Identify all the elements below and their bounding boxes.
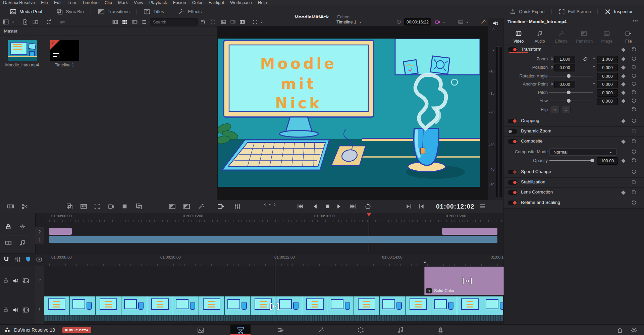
page-fairlight-button[interactable] [390, 325, 411, 335]
anchor-y-input[interactable]: 0.000 [597, 81, 618, 88]
menu-item[interactable]: Help [255, 0, 270, 5]
video-clip-moodle-intro[interactable] [44, 296, 503, 323]
shield-icon[interactable] [25, 256, 32, 263]
page-cut-button[interactable] [230, 325, 251, 335]
track-1-video-icon[interactable] [22, 306, 29, 314]
bin-sidebar-chevron-icon[interactable] [11, 20, 15, 24]
speed-change-reset-icon[interactable] [631, 169, 637, 174]
rotation-reset-icon[interactable] [631, 73, 637, 78]
inspector-button[interactable]: Inspector [598, 5, 639, 18]
viewer-mode-tape-icon[interactable] [230, 19, 236, 25]
add-marker-icon[interactable] [36, 256, 43, 263]
ripple-overwrite-icon[interactable] [93, 203, 101, 210]
menu-item[interactable]: DaVinci Resolve [0, 0, 38, 5]
detail-ruler[interactable]: 01:00:08:00 01:00:10:00 01:00:12:00 01:0… [44, 254, 503, 266]
anchor-keyframe-icon[interactable] [621, 82, 626, 87]
sync-audio-tool-icon[interactable] [19, 239, 26, 246]
tab-file[interactable]: File [619, 30, 638, 44]
stabilize-tool-chevron-icon[interactable] [465, 20, 469, 24]
sync-clips-icon[interactable] [46, 19, 52, 25]
clip-thumbnail-timeline-1[interactable]: ✓ [50, 40, 79, 61]
viewer-mode-timeline-icon[interactable] [239, 19, 245, 25]
cropping-toggle[interactable] [508, 119, 517, 123]
cropping-section-header[interactable]: Cropping [503, 117, 644, 125]
tab-transition[interactable]: Transition [575, 30, 593, 44]
lens-correction-toggle[interactable] [508, 190, 517, 195]
overview-playhead[interactable] [369, 213, 369, 253]
cropping-keyframe-icon[interactable] [621, 119, 626, 123]
menu-item[interactable]: Trim [65, 0, 79, 5]
opacity-input[interactable]: 100.00 [597, 157, 618, 165]
media-pool-button[interactable]: Media Pool [3, 5, 49, 18]
inspector-options-icon[interactable]: ••• [633, 18, 638, 23]
viewer-mode-source-icon[interactable] [221, 19, 226, 25]
search-input[interactable] [150, 20, 203, 24]
view-grid-icon[interactable] [121, 19, 128, 25]
unlink-clips-icon[interactable] [59, 19, 65, 25]
append-clip-icon[interactable] [80, 203, 88, 210]
sync-bin-button[interactable]: Sync Bin [49, 5, 91, 18]
timeline-selector[interactable]: Timeline 1 [336, 18, 363, 26]
overview-clip-solid-color[interactable] [442, 228, 497, 235]
viewer-timecode[interactable]: 00:00:16:22 [404, 18, 431, 25]
page-deliver-button[interactable] [430, 325, 450, 335]
loop-button[interactable] [364, 203, 371, 210]
menu-item[interactable]: Mark [115, 0, 131, 5]
overview-ruler[interactable]: 01:00:00:00 01:00:05:00 01:00:10:00 01:0… [44, 213, 503, 222]
pitch-input[interactable]: 0.000 [597, 89, 618, 97]
zoom-link-icon[interactable] [583, 56, 588, 62]
stop-button[interactable] [324, 203, 331, 210]
lens-correction-section-header[interactable]: Lens Correction [503, 188, 644, 197]
page-color-button[interactable] [351, 325, 371, 335]
preview-play-icon[interactable] [217, 203, 225, 210]
bin-sidebar-toggle[interactable] [3, 19, 9, 25]
play-reverse-button[interactable] [312, 203, 319, 210]
stabilize-tool-icon[interactable] [458, 19, 464, 25]
place-on-top-icon[interactable] [121, 203, 128, 210]
solid-color-clip[interactable]: Solid Color [424, 267, 504, 295]
color-enhance-icon[interactable] [480, 19, 486, 25]
pitch-slider[interactable] [549, 92, 593, 93]
menu-item[interactable]: Fairlight [206, 0, 227, 5]
overview-clip-title-start[interactable] [49, 228, 72, 235]
go-to-end-button[interactable] [350, 203, 357, 210]
viewer-zoom-fit-icon[interactable] [252, 19, 258, 25]
tab-image[interactable]: Image [597, 30, 616, 44]
dynamic-zoom-section-header[interactable]: Dynamic Zoom [503, 127, 644, 135]
position-y-input[interactable]: 0.000 [597, 64, 618, 71]
trim-previous-icon[interactable]: ‹ [264, 201, 266, 207]
timeline-options-mixer-icon[interactable] [234, 203, 241, 210]
settings-gear-icon[interactable] [631, 327, 637, 334]
page-media-button[interactable] [191, 325, 211, 335]
effects-button[interactable]: Effects [171, 5, 208, 18]
clip-marker-chevron-icon[interactable] [422, 260, 427, 265]
menu-item[interactable]: File [38, 0, 51, 5]
yaw-reset-icon[interactable] [631, 98, 637, 103]
page-fusion-button[interactable] [311, 325, 331, 335]
retime-reset-icon[interactable] [631, 200, 637, 205]
play-button[interactable] [335, 203, 342, 210]
lens-correction-reset-icon[interactable] [631, 189, 637, 195]
project-manager-home-icon[interactable] [616, 327, 623, 334]
composite-section-header[interactable]: Composite [503, 137, 644, 146]
view-strip-icon[interactable] [131, 19, 138, 25]
menu-item[interactable]: Clip [102, 0, 115, 5]
menu-item[interactable]: Workspace [227, 0, 255, 5]
menu-item[interactable]: Color [189, 0, 206, 5]
menu-item[interactable]: Edit [51, 0, 64, 5]
titles-button[interactable]: Titles [137, 5, 171, 18]
composite-reset-icon[interactable] [631, 138, 637, 144]
audio-meter-speaker-icon[interactable] [492, 20, 499, 26]
transform-section-header[interactable]: Transform [503, 46, 644, 54]
detail-playhead[interactable] [275, 253, 275, 324]
zoom-y-input[interactable]: 1.000 [597, 56, 618, 63]
speed-change-toggle[interactable] [508, 170, 517, 174]
stabilization-section-header[interactable]: Stabilization [503, 178, 644, 186]
playhead-lock-tool-icon[interactable] [5, 223, 12, 230]
clip-thumbnail-moodle-intro[interactable] [8, 40, 37, 61]
flip-vertical-button[interactable] [561, 106, 571, 113]
composite-toggle[interactable] [508, 139, 517, 144]
transitions-button[interactable]: Transitions [91, 5, 137, 18]
zoom-reset-icon[interactable] [631, 56, 637, 61]
full-screen-button[interactable]: Full Screen [552, 5, 597, 18]
